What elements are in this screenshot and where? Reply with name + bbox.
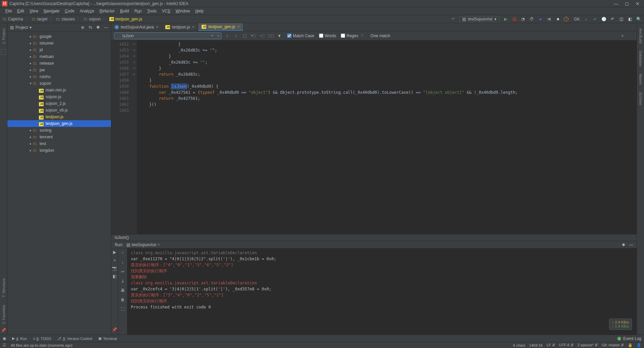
close-search-icon[interactable]: × <box>621 33 624 39</box>
git-history-icon[interactable]: 🕓 <box>601 16 606 22</box>
tree-item[interactable]: ▸🗀tongdun <box>7 147 111 154</box>
build-icon[interactable]: ↶ <box>450 16 456 22</box>
tree-item[interactable]: JStestjson.js <box>7 114 111 120</box>
tool-windows-icon[interactable]: ▣ <box>3 336 6 341</box>
editor-tab[interactable]: JStestjson_gen.js× <box>198 23 244 31</box>
gear-icon[interactable]: ✱ <box>622 242 625 247</box>
menu-vcs[interactable]: VCS <box>159 8 173 14</box>
menu-navigate[interactable]: Navigate <box>41 8 62 14</box>
locate-icon[interactable]: ⊕ <box>81 25 85 30</box>
git-diff-icon[interactable]: ◫ <box>619 16 624 22</box>
layout-icon[interactable]: ◧ <box>112 274 117 279</box>
menu-edit[interactable]: Edit <box>14 8 27 14</box>
caret-position[interactable]: 1459:16 <box>529 343 543 347</box>
tree-item[interactable]: ▸🗀suning <box>7 127 111 134</box>
database-tool-button[interactable]: Database <box>639 49 643 68</box>
debug-icon[interactable]: 🐞 <box>512 16 517 22</box>
hide-icon[interactable]: — <box>104 25 108 30</box>
coverage-icon[interactable]: ◔ <box>520 16 526 22</box>
tree-item[interactable]: ▸🗀netease <box>7 60 111 67</box>
tree-item[interactable]: JSsojson.js <box>7 93 111 100</box>
git-branch[interactable]: Git: master ⇵ <box>602 343 624 347</box>
multi-select-icon[interactable]: ⬚⬚ <box>268 34 274 38</box>
tree-item[interactable]: JSsojson_v6.js <box>7 107 111 114</box>
scroll-icon[interactable]: ⤓ <box>120 278 126 284</box>
menu-build[interactable]: Build <box>117 8 132 14</box>
git-revert-icon[interactable]: ↶ <box>610 16 615 22</box>
down-icon[interactable]: ↓ <box>120 259 126 265</box>
breadcrumb[interactable]: 🗀classes〉 <box>56 16 82 22</box>
project-tree[interactable]: ▸🗀google▸🗀ishumei▸🗀jd▸🗀meituan▸🗀netease▸… <box>7 32 111 335</box>
close-icon[interactable]: × <box>237 24 240 29</box>
menu-tools[interactable]: Tools <box>145 8 159 14</box>
tree-item[interactable]: ▸🗀google <box>7 33 111 40</box>
maven-tool-button[interactable]: Maven <box>639 72 643 87</box>
git-commit-icon[interactable]: ✔ <box>592 16 598 22</box>
sciview-tool-button[interactable]: SciView <box>639 90 643 107</box>
breadcrumb[interactable]: 🗀Captcha〉 <box>3 16 30 22</box>
close-icon[interactable]: × <box>158 242 160 247</box>
run-icon[interactable]: ▶ <box>503 16 508 22</box>
close-icon[interactable]: × <box>156 24 159 29</box>
indent[interactable]: 2 spaces* ⇵ <box>578 343 598 347</box>
editor-tab[interactable]: JStestjson.js× <box>162 23 198 31</box>
breadcrumb[interactable]: 🗀sojson〉 <box>84 16 107 22</box>
tree-item[interactable]: ▸🗀meituan <box>7 53 111 60</box>
rerun-icon[interactable]: ▶ <box>112 250 117 255</box>
tool-placeholder-icon[interactable] <box>1 49 6 55</box>
add-selection-icon[interactable]: +⬚ <box>250 34 256 38</box>
git-branch-icon[interactable]: ◧ <box>627 16 633 22</box>
clear-icon[interactable]: × <box>217 33 219 38</box>
fold-gutter[interactable]: ⊖ ⊖ ⊖ ⊖ ⊖ ⊖ <box>131 41 137 234</box>
tree-item[interactable]: JSsojson_2.js <box>7 100 111 107</box>
editor-breadcrumb[interactable]: isJson() <box>111 234 637 241</box>
vcs-tool-button[interactable]: ⎇ 9: Version Control <box>57 336 92 341</box>
favorites-tool-button[interactable]: 2: Favorites <box>2 303 6 326</box>
ide-error-icon[interactable]: ! <box>564 17 569 21</box>
attach-icon[interactable]: ⇉ <box>546 16 552 22</box>
stop-icon[interactable]: ■ <box>555 16 560 22</box>
minimize-icon[interactable]: — <box>614 1 619 6</box>
tree-item[interactable]: ▸🗀ruishu <box>7 73 111 80</box>
close-icon[interactable]: × <box>192 24 195 29</box>
menu-code[interactable]: Code <box>62 8 77 14</box>
search-everywhere-icon[interactable]: ● <box>538 16 543 22</box>
trash-icon[interactable]: 🗑 <box>120 297 126 303</box>
print-icon[interactable]: 🖶 <box>120 287 126 293</box>
stop-icon[interactable]: ■ <box>112 258 117 263</box>
filter-icon[interactable]: ▼ <box>276 33 282 38</box>
breadcrumb[interactable]: 🗀target〉 <box>32 16 54 22</box>
tree-item[interactable]: ▸🗀tencent <box>7 134 111 140</box>
close-icon[interactable]: ✕ <box>635 1 640 6</box>
menu-analyze[interactable]: Analyze <box>77 8 97 14</box>
code-content[interactable]: } _0x26d83c += ""; } _0x26d83c += ""; } … <box>137 41 637 234</box>
tree-item[interactable]: ▸🗀ishumei <box>7 40 111 47</box>
project-tool-button[interactable]: 1: Project <box>2 26 6 46</box>
maximize-icon[interactable]: ◻ <box>625 1 629 6</box>
tree-item[interactable]: ▸🗀test <box>7 140 111 147</box>
menu-file[interactable]: File <box>3 8 14 14</box>
camera-icon[interactable]: 📷 <box>112 266 117 271</box>
search-icon[interactable]: 🔍 <box>636 16 641 22</box>
encoding[interactable]: UTF-8 ⇵ <box>559 343 574 347</box>
menu-refactor[interactable]: Refactor <box>97 8 117 14</box>
structure-tool-button[interactable]: 7: Structure <box>2 276 6 299</box>
run-tab[interactable]: ▤ testSojsonAst × <box>126 242 160 247</box>
words-checkbox[interactable]: Words <box>319 33 336 38</box>
editor-tab[interactable]: testSojsonAst.java× <box>111 23 162 31</box>
pin-icon[interactable]: 📌 <box>112 327 117 332</box>
wrap-icon[interactable]: ↩ <box>120 269 126 275</box>
chevron-down-icon[interactable]: ▾ <box>30 25 32 30</box>
menu-window[interactable]: Window <box>173 8 193 14</box>
collapse-icon[interactable]: ⇆ <box>89 25 92 30</box>
event-log-button[interactable]: Event Log <box>623 336 641 341</box>
remove-selection-icon[interactable]: −⬚ <box>259 34 265 38</box>
tree-item[interactable]: ▸🗀pw <box>7 67 111 73</box>
memory-icon[interactable]: 👤 <box>637 343 641 347</box>
git-update-icon[interactable]: ↙ <box>584 16 589 22</box>
tree-item[interactable]: ▸🗀jd <box>7 47 111 53</box>
next-match-icon[interactable]: ↓ <box>233 33 239 38</box>
expand-icon[interactable]: ⛶ <box>120 306 126 312</box>
run-config-selector[interactable]: ▤ testSojsonAst ▾ <box>459 16 499 22</box>
tree-item[interactable]: JSmain.min.js <box>7 87 111 93</box>
